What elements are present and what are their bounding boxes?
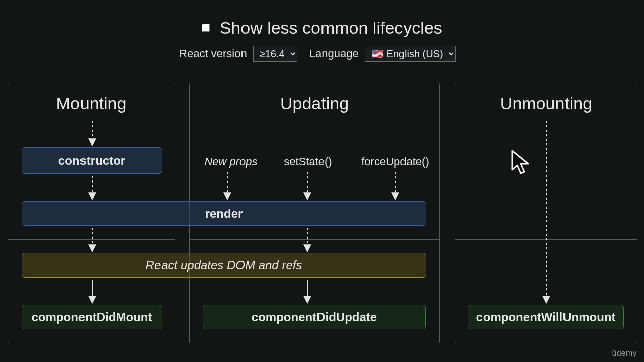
language-label: Language — [309, 47, 359, 60]
toggle-label: Show less common lifecycles — [220, 18, 442, 37]
column-unmounting-title: Unmounting — [455, 94, 637, 113]
react-version-select[interactable]: ≥16.4 — [253, 46, 297, 62]
trigger-setstate: setState() — [280, 155, 336, 168]
box-dom-update: React updates DOM and refs — [22, 253, 426, 278]
language-select[interactable]: 🇺🇸 English (US) — [365, 46, 456, 62]
box-component-did-update[interactable]: componentDidUpdate — [203, 305, 426, 329]
toggle-less-common-lifecycles: Show less common lifecycles — [0, 18, 644, 38]
box-component-did-mount[interactable]: componentDidMount — [22, 305, 162, 329]
column-unmounting-divider — [455, 239, 637, 240]
trigger-forceupdate: forceUpdate() — [354, 155, 437, 168]
box-constructor[interactable]: constructor — [22, 147, 162, 174]
column-mounting-divider — [8, 239, 175, 240]
toggle-checkbox[interactable] — [202, 24, 210, 32]
column-mounting-title: Mounting — [8, 94, 175, 113]
box-component-will-unmount[interactable]: componentWillUnmount — [468, 305, 624, 329]
box-render[interactable]: render — [22, 201, 426, 226]
column-updating-title: Updating — [190, 94, 439, 113]
react-version-label: React version — [179, 47, 247, 60]
trigger-new-props: New props — [201, 155, 261, 168]
column-updating-divider — [190, 239, 439, 240]
brand-logo: ûdemy — [612, 349, 637, 358]
